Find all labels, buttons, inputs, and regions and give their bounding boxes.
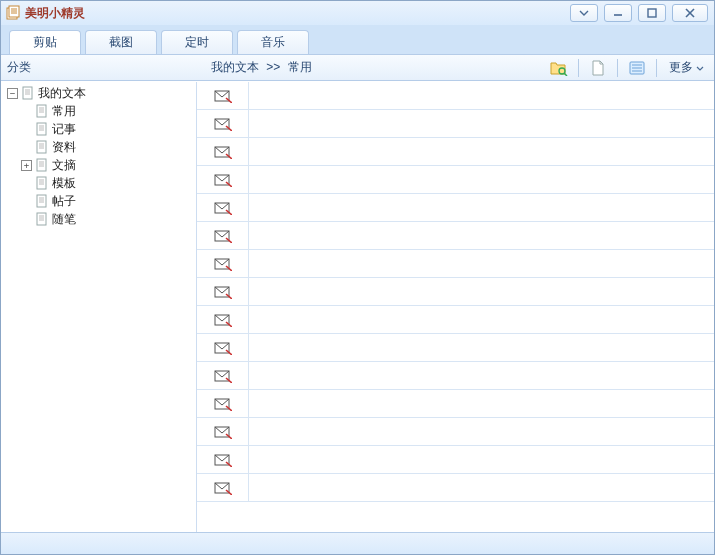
list-row[interactable]	[197, 278, 714, 306]
tab-label: 截图	[109, 34, 133, 51]
tree-item[interactable]: 资料	[19, 138, 196, 156]
row-mail-icon	[197, 474, 249, 501]
document-icon	[35, 104, 49, 118]
list-row[interactable]	[197, 418, 714, 446]
list-view-icon[interactable]	[626, 58, 648, 78]
tab-2[interactable]: 定时	[161, 30, 233, 54]
toolbar: 分类 我的文本 >> 常用	[1, 55, 714, 81]
list-row[interactable]	[197, 250, 714, 278]
tab-label: 定时	[185, 34, 209, 51]
expander-placeholder	[21, 196, 32, 207]
list-row[interactable]	[197, 82, 714, 110]
minimize-button[interactable]	[604, 4, 632, 22]
row-mail-icon	[197, 446, 249, 473]
row-mail-icon	[197, 362, 249, 389]
tree-root-label: 我的文本	[38, 85, 86, 102]
tab-label: 剪贴	[33, 34, 57, 51]
collapse-icon[interactable]: −	[7, 88, 18, 99]
list-row[interactable]	[197, 166, 714, 194]
row-content	[249, 362, 714, 389]
row-mail-icon	[197, 82, 249, 109]
app-icon	[5, 5, 21, 21]
list-row[interactable]	[197, 138, 714, 166]
row-mail-icon	[197, 390, 249, 417]
tabstrip: 剪贴截图定时音乐	[1, 25, 714, 55]
tree-item[interactable]: 常用	[19, 102, 196, 120]
list-row[interactable]	[197, 222, 714, 250]
list-row[interactable]	[197, 194, 714, 222]
dropdown-button[interactable]	[570, 4, 598, 22]
titlebar: 美明小精灵	[1, 1, 714, 25]
svg-rect-27	[37, 141, 46, 153]
tree: − 我的文本 常用记事资料+文摘模板帖子随笔	[1, 84, 196, 228]
list-row[interactable]	[197, 110, 714, 138]
tab-3[interactable]: 音乐	[237, 30, 309, 54]
row-mail-icon	[197, 418, 249, 445]
toolbar-separator	[617, 59, 618, 77]
toolbar-separator	[578, 59, 579, 77]
row-content	[249, 334, 714, 361]
row-content	[249, 222, 714, 249]
tree-item[interactable]: 记事	[19, 120, 196, 138]
body: − 我的文本 常用记事资料+文摘模板帖子随笔	[1, 81, 714, 532]
tree-item-label: 模板	[52, 175, 76, 192]
row-content	[249, 418, 714, 445]
list-row[interactable]	[197, 474, 714, 502]
expand-icon[interactable]: +	[21, 160, 32, 171]
list-row[interactable]	[197, 334, 714, 362]
row-mail-icon	[197, 222, 249, 249]
more-label: 更多	[669, 59, 693, 76]
breadcrumb-leaf: 常用	[288, 60, 312, 74]
row-mail-icon	[197, 194, 249, 221]
tree-item[interactable]: 模板	[19, 174, 196, 192]
tree-item-label: 资料	[52, 139, 76, 156]
window-title: 美明小精灵	[25, 5, 85, 22]
row-content	[249, 110, 714, 137]
row-mail-icon	[197, 166, 249, 193]
close-button[interactable]	[672, 4, 708, 22]
svg-rect-35	[37, 177, 46, 189]
document-icon	[35, 122, 49, 136]
row-content	[249, 194, 714, 221]
tab-0[interactable]: 剪贴	[9, 30, 81, 54]
tab-1[interactable]: 截图	[85, 30, 157, 54]
expander-placeholder	[21, 214, 32, 225]
tree-item[interactable]: 帖子	[19, 192, 196, 210]
breadcrumb-sep: >>	[266, 60, 280, 74]
list-row[interactable]	[197, 390, 714, 418]
row-content	[249, 390, 714, 417]
document-icon	[35, 194, 49, 208]
tree-item-label: 帖子	[52, 193, 76, 210]
more-button[interactable]: 更多	[665, 59, 708, 76]
window-controls	[570, 4, 708, 22]
row-mail-icon	[197, 138, 249, 165]
row-content	[249, 306, 714, 333]
breadcrumb[interactable]: 我的文本 >> 常用	[211, 59, 312, 76]
tree-root[interactable]: − 我的文本	[5, 84, 196, 102]
row-content	[249, 278, 714, 305]
list-row[interactable]	[197, 362, 714, 390]
expander-placeholder	[21, 178, 32, 189]
row-mail-icon	[197, 278, 249, 305]
row-mail-icon	[197, 306, 249, 333]
maximize-button[interactable]	[638, 4, 666, 22]
expander-placeholder	[21, 106, 32, 117]
document-icon	[21, 86, 35, 100]
tree-item[interactable]: 随笔	[19, 210, 196, 228]
new-page-icon[interactable]	[587, 58, 609, 78]
svg-rect-39	[37, 195, 46, 207]
svg-rect-6	[648, 9, 656, 17]
list-row[interactable]	[197, 306, 714, 334]
toolbar-separator	[656, 59, 657, 77]
tree-item-label: 随笔	[52, 211, 76, 228]
document-icon	[35, 140, 49, 154]
tree-item[interactable]: +文摘	[19, 156, 196, 174]
svg-rect-19	[37, 105, 46, 117]
row-mail-icon	[197, 250, 249, 277]
list-row[interactable]	[197, 446, 714, 474]
row-content	[249, 138, 714, 165]
document-icon	[35, 158, 49, 172]
expander-placeholder	[21, 142, 32, 153]
category-label: 分类	[7, 59, 31, 76]
search-folder-icon[interactable]	[548, 58, 570, 78]
